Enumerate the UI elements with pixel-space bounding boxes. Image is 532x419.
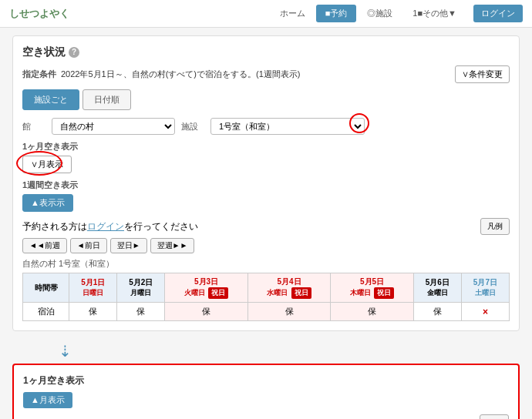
- cell-may3[interactable]: 保: [165, 303, 247, 321]
- cell-may7[interactable]: ×: [461, 303, 509, 321]
- weekly-facility-label: 自然の村 1号室（和室）: [22, 258, 510, 270]
- monthly-voucher-button[interactable]: 凡例: [480, 414, 509, 419]
- col-header-may7: 5月7日土曜日: [461, 273, 509, 303]
- col-header-may6: 5月6日金曜日: [413, 273, 461, 303]
- availability-card: 空き状況 ? 指定条件 2022年5月1日～、自然の村(すべて)で宿泊をする。(…: [12, 35, 520, 331]
- cell-may5[interactable]: 保: [331, 303, 413, 321]
- reserve-info-text: 予約される方は: [22, 220, 87, 233]
- reserve-info-row: 予約される方は ログイン を行ってください 凡例: [22, 218, 510, 235]
- arrow-indicator: ⇣: [12, 339, 520, 364]
- week-toggle-button[interactable]: ▲表示示: [22, 194, 73, 212]
- legend-row: ● 空き/ ▲ 一部空きをクリック。詳表示で空き時間帯を確認します。 凡例: [23, 414, 509, 419]
- col-header-timeslot: 時間帯: [23, 273, 69, 303]
- condition-change-button[interactable]: ∨条件変更: [455, 65, 510, 83]
- month-toggle-wrapper: ∨月表示: [22, 156, 510, 173]
- nav-facility[interactable]: ◎施設: [358, 5, 402, 22]
- week-section-header: 1週間空き表示: [22, 179, 510, 191]
- login-link[interactable]: ログイン: [87, 220, 124, 233]
- week-nav: ◄◄前週 ◄前日 翌日► 翌週►►: [22, 238, 510, 253]
- col-header-may2: 5月2日月曜日: [117, 273, 165, 303]
- facility-select[interactable]: 自然の村: [52, 118, 175, 135]
- nav-other[interactable]: 1■その他▼: [403, 5, 466, 22]
- card-title: 空き状況 ?: [22, 45, 510, 59]
- reserve-info-text2: を行ってください: [124, 220, 198, 233]
- weekly-table: 時間帯 5月1日日曜日 5月2日月曜日 5月3日火曜日 祝日 5月4日水曜日 祝…: [22, 273, 510, 321]
- facility-label: 館: [22, 121, 45, 132]
- room-label: 施設: [181, 121, 204, 132]
- cell-may4[interactable]: 保: [247, 303, 330, 321]
- prev-week-button[interactable]: ◄◄前週: [22, 238, 67, 253]
- condition-text: 2022年5月1日～、自然の村(すべて)で宿泊をする。(1週間表示): [61, 69, 300, 80]
- prev-day-button[interactable]: ◄前日: [70, 238, 107, 253]
- monthly-card: 1ヶ月空き表示 ▲月表示 ● 空き/ ▲ 一部空きをクリック。詳表示で空き時間帯…: [12, 364, 520, 419]
- next-week-button[interactable]: 翌週►►: [150, 238, 195, 253]
- week-toggle-wrapper: ▲表示示: [22, 194, 510, 212]
- cell-may6[interactable]: 保: [413, 303, 461, 321]
- room-select-wrapper: 1号室（和室）: [210, 118, 365, 135]
- month-toggle-button[interactable]: ∨月表示: [22, 156, 72, 173]
- next-day-button[interactable]: 翌日►: [110, 238, 147, 253]
- login-button[interactable]: ログイン: [473, 5, 523, 22]
- month-section-header: 1ヶ月空き表示: [22, 141, 510, 153]
- monthly-card-title: 1ヶ月空き表示: [23, 374, 509, 387]
- weekly-section: 予約される方は ログイン を行ってください 凡例 ◄◄前週 ◄前日 翌日► 翌週…: [22, 218, 510, 321]
- col-header-may3: 5月3日火曜日 祝日: [165, 273, 247, 303]
- tabs: 施設ごと 日付順: [22, 89, 510, 110]
- row-label-stay: 宿泊: [23, 303, 69, 321]
- col-header-may5: 5月5日木曜日 祝日: [331, 273, 413, 303]
- cell-may1[interactable]: 保: [69, 303, 117, 321]
- col-header-may1: 5月1日日曜日: [69, 273, 117, 303]
- condition-row: 指定条件 2022年5月1日～、自然の村(すべて)で宿泊をする。(1週間表示) …: [22, 65, 510, 83]
- tab-date[interactable]: 日付順: [82, 89, 131, 110]
- main-content: 空き状況 ? 指定条件 2022年5月1日～、自然の村(すべて)で宿泊をする。(…: [0, 28, 532, 419]
- info-icon[interactable]: ?: [69, 47, 79, 58]
- cell-may2[interactable]: 保: [117, 303, 165, 321]
- logo: しせつよやく: [9, 7, 69, 21]
- nav-reservation[interactable]: ■予約: [316, 5, 357, 22]
- table-row: 宿泊 保 保 保 保 保 保 ×: [23, 303, 510, 321]
- header: しせつよやく ホーム ■予約 ◎施設 1■その他▼ ログイン: [0, 0, 532, 28]
- nav: ホーム ■予約 ◎施設 1■その他▼ ログイン: [271, 5, 523, 22]
- nav-home[interactable]: ホーム: [271, 5, 315, 22]
- room-select[interactable]: 1号室（和室）: [210, 118, 365, 135]
- form-row-facility: 館 自然の村 施設 1号室（和室）: [22, 118, 510, 135]
- col-header-may4: 5月4日水曜日 祝日: [247, 273, 330, 303]
- condition-label: 指定条件: [22, 69, 56, 80]
- monthly-toggle-button[interactable]: ▲月表示: [23, 392, 72, 408]
- tab-facility[interactable]: 施設ごと: [22, 89, 79, 110]
- voucher-button[interactable]: 凡例: [480, 218, 510, 235]
